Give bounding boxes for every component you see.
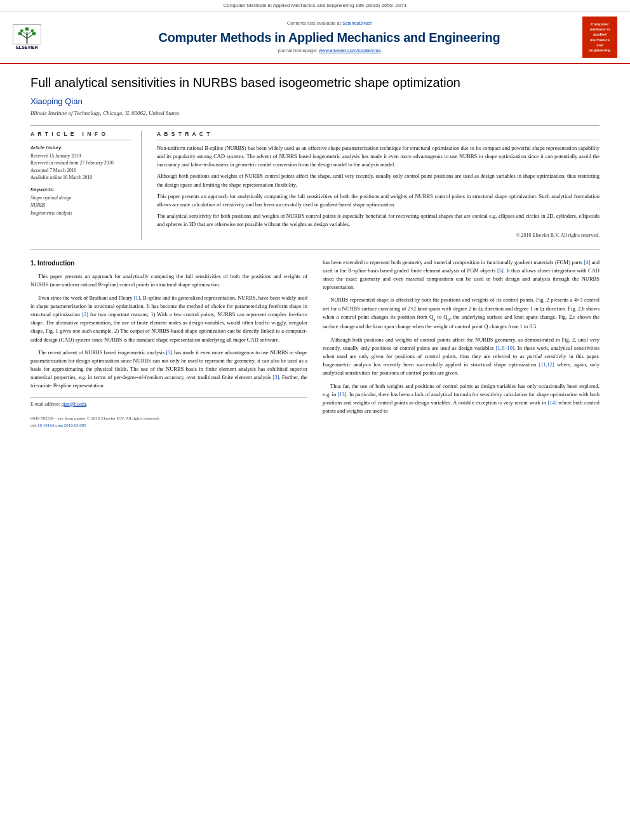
history-label: Article history: <box>30 144 132 151</box>
abstract-p1: Non-uniform rational B-spline (NURBS) ha… <box>157 144 600 170</box>
journal-header: ELSEVIER Contents lists available at Sci… <box>0 11 630 64</box>
keywords-label: Keywords: <box>30 186 132 193</box>
ref-5[interactable]: [5] <box>497 267 504 274</box>
body-col-left: 1. Introduction This paper presents an a… <box>30 258 307 430</box>
body-left-p3: The recent advent of NURBS based isogeom… <box>30 349 307 390</box>
ref-2[interactable]: [2] <box>82 311 88 317</box>
journal-logo-area: ELSEVIER <box>13 24 76 51</box>
keyword-1: Shape optimal design <box>30 194 132 202</box>
revised-date: Received in revised form 27 February 201… <box>30 159 132 166</box>
ref-1-6-10[interactable]: [1,6–10] <box>496 345 514 351</box>
abstract-text: Non-uniform rational B-spline (NURBS) ha… <box>157 144 600 240</box>
bottom-info: 0045-7825/$ – see front matter © 2010 El… <box>30 415 307 429</box>
ref-3b[interactable]: [3] <box>272 374 279 380</box>
article-title: Full analytical sensitivities in NURBS b… <box>30 74 600 91</box>
email-label: E-mail address: <box>30 401 60 407</box>
ref-14[interactable]: [14] <box>547 399 556 406</box>
abstract-col: A B S T R A C T Non-uniform rational B-s… <box>157 131 600 240</box>
keyword-2: NURBS <box>30 202 132 210</box>
body-left-p1: This paper presents an approach for anal… <box>30 272 307 289</box>
journal-citation-bar: Computer Methods in Applied Mechanics an… <box>0 0 630 11</box>
svg-point-8 <box>20 29 23 32</box>
journal-homepage: journal homepage: www.elsevier.com/locat… <box>84 48 575 55</box>
thumb-text: Computermethods inappliedmechanicsandeng… <box>586 19 613 56</box>
keyword-3: Isogeometric analysis <box>30 210 132 217</box>
svg-point-7 <box>32 32 36 35</box>
abstract-p4: The analytical sensitivity for both posi… <box>157 212 600 229</box>
body-col-right: has been extended to represent both geom… <box>323 258 600 420</box>
svg-point-9 <box>30 29 34 32</box>
body-right-p4: Thus far, the use of both weights and po… <box>323 382 600 416</box>
footnote-email: E-mail address: qian@iit.edu. <box>30 401 307 408</box>
article-author: Xiaoping Qian <box>30 96 600 107</box>
body-right-p2: NURBS represented shape is affected by b… <box>323 296 600 331</box>
ref-11-12[interactable]: [11,12] <box>539 361 554 368</box>
keywords-list: Shape optimal design NURBS Isogeometric … <box>30 194 132 217</box>
article-content: Full analytical sensitivities in NURBS b… <box>0 64 630 442</box>
elsevier-logo: ELSEVIER <box>13 24 41 51</box>
journal-citation-text: Computer Methods in Applied Mechanics an… <box>223 3 406 8</box>
email-link[interactable]: qian@iit.edu <box>62 401 86 407</box>
body-right-p3: Although both positions and weights of c… <box>323 336 600 378</box>
sciencedirect-link[interactable]: ScienceDirect <box>342 20 372 26</box>
journal-homepage-link[interactable]: www.elsevier.com/locate/cma <box>319 48 381 53</box>
body-right-p1: has been extended to represent both geom… <box>323 258 600 292</box>
copyright-line: © 2010 Elsevier B.V. All rights reserved… <box>157 232 600 239</box>
sciencedirect-line: Contents lists available at ScienceDirec… <box>84 20 575 27</box>
journal-title-center: Contents lists available at ScienceDirec… <box>84 20 575 54</box>
available-date: Available online 16 March 2010 <box>30 174 132 181</box>
journal-thumbnail: Computermethods inappliedmechanicsandeng… <box>582 17 617 58</box>
page: Computer Methods in Applied Mechanics an… <box>0 0 630 840</box>
bottom-info-line1: 0045-7825/$ – see front matter © 2010 El… <box>30 415 307 422</box>
received-date: Received 15 January 2010 <box>30 152 132 159</box>
abstract-label: A B S T R A C T <box>157 131 600 140</box>
sciencedirect-prefix: Contents lists available at <box>287 20 342 26</box>
body-divider <box>30 249 600 250</box>
article-info-col: A R T I C L E I N F O Article history: R… <box>30 131 142 240</box>
keywords-group: Keywords: Shape optimal design NURBS Iso… <box>30 186 132 217</box>
doi-link[interactable]: 10.1016/j.cma.2010.03.005 <box>37 423 86 428</box>
journal-name: Computer Methods in Applied Mechanics an… <box>84 29 575 46</box>
body-left-p2: Even since the work of Braibant and Fleu… <box>30 294 307 344</box>
ref-4[interactable]: [4] <box>584 259 590 265</box>
abstract-p2: Although both positions and weights of N… <box>157 172 600 189</box>
bottom-info-line2: doi:10.1016/j.cma.2010.03.005 <box>30 422 307 429</box>
abstract-p3: This paper presents an approach for anal… <box>157 192 600 209</box>
article-history: Article history: Received 15 January 201… <box>30 144 132 181</box>
article-divider <box>30 125 600 126</box>
article-info-label: A R T I C L E I N F O <box>30 131 132 140</box>
footnote-area: E-mail address: qian@iit.edu. <box>30 397 307 408</box>
article-info-abstract: A R T I C L E I N F O Article history: R… <box>30 131 600 240</box>
elsevier-wordmark: ELSEVIER <box>13 44 41 51</box>
ref-13[interactable]: [13] <box>337 391 346 397</box>
svg-point-6 <box>18 32 22 35</box>
ref-1[interactable]: [1] <box>134 295 140 301</box>
body-columns: 1. Introduction This paper presents an a… <box>30 258 600 430</box>
section1-heading: 1. Introduction <box>30 258 307 269</box>
article-affiliation: Illinois Institute of Technology, Chicag… <box>30 109 600 117</box>
svg-point-10 <box>25 27 29 30</box>
accepted-date: Accepted 7 March 2010 <box>30 167 132 174</box>
ref-3[interactable]: [3] <box>166 349 173 356</box>
